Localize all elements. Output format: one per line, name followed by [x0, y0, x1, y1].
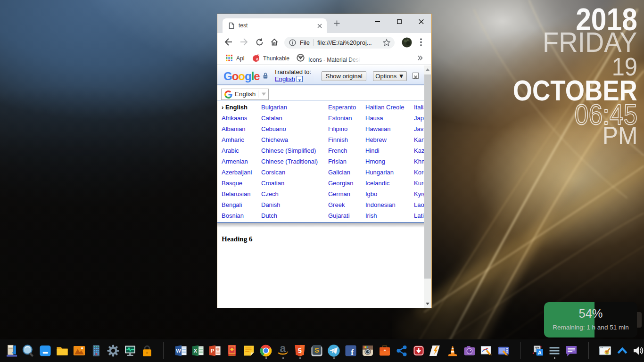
svg-text:S: S [314, 346, 319, 354]
svg-text:5: 5 [298, 347, 302, 355]
svg-text:W: W [176, 348, 181, 354]
svg-text:a: a [280, 344, 286, 355]
svg-text:P: P [211, 348, 214, 354]
svg-text:X: X [194, 348, 198, 354]
svg-text:A: A [538, 350, 542, 355]
